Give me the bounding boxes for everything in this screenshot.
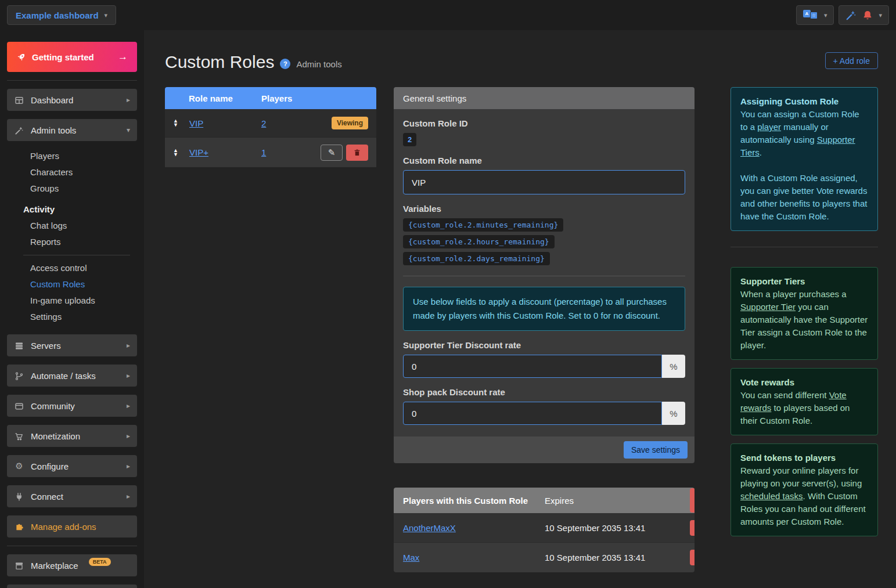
sidebar-item-label: Configure <box>31 461 120 471</box>
sidebar-item-configure[interactable]: ⚙ Configure ▸ <box>7 455 137 477</box>
shop-pack-discount-input[interactable] <box>403 402 662 425</box>
topbar-actions: A ☆ ▾ ▾ <box>796 5 889 25</box>
sidebar-item-marketplace[interactable]: Marketplace BETA <box>7 554 137 576</box>
help-icon[interactable]: ? <box>280 59 290 69</box>
shop-pack-discount-label: Shop pack Discount rate <box>403 387 685 397</box>
add-role-button[interactable]: + Add role <box>825 52 878 69</box>
sidebar-item-servers[interactable]: Servers ▸ <box>7 334 137 356</box>
info-sidebar: Assigning Custom Role You can assign a C… <box>731 87 878 536</box>
variable-chip: {custom_role.2.minutes_remaining} <box>403 218 563 232</box>
send-tokens-card: Send tokens to players Reward your onlin… <box>731 443 878 536</box>
remove-player-button[interactable]: X <box>690 550 695 565</box>
sidebar-item-settings[interactable]: Settings <box>30 309 137 325</box>
chevron-right-icon: ▸ <box>127 462 130 470</box>
browser-window-icon <box>14 401 24 411</box>
submenu-header-activity: Activity <box>23 201 137 218</box>
getting-started-label: Getting started <box>32 52 112 62</box>
sidebar-divider <box>7 546 137 546</box>
getting-started-button[interactable]: Getting started → <box>7 42 137 72</box>
supporter-tiers-card: Supporter Tiers When a player purchases … <box>731 267 878 360</box>
sidebar-item-players[interactable]: Players <box>30 148 137 164</box>
supporter-tier-discount-input[interactable] <box>403 355 662 378</box>
servers-icon <box>14 340 24 351</box>
expires-value: 10 September 2035 13:41 <box>545 553 690 562</box>
dashboard-selector-label: Example dashboard <box>16 10 99 20</box>
panel-header: Players with this Custom Role <box>403 496 545 506</box>
custom-role-id-label: Custom Role ID <box>403 118 685 128</box>
custom-role-id-value: 2 <box>403 133 416 146</box>
branch-icon <box>14 370 24 381</box>
table-row: ▲ ▼ VIP+ 1 ✎ <box>165 137 376 167</box>
sidebar-item-manage-addons[interactable]: Manage add-ons <box>7 515 137 538</box>
divider <box>731 247 878 247</box>
storefront-icon <box>14 560 24 571</box>
discount-info-alert: Use below fields to apply a discount (pe… <box>403 287 685 331</box>
sidebar-item-label: Connect <box>31 492 120 502</box>
rocket-icon <box>14 50 28 64</box>
player-link[interactable]: player <box>757 122 781 132</box>
cart-icon <box>14 431 24 441</box>
sidebar-item-label: Admin tools <box>31 125 120 135</box>
card-title: Assigning Custom Role <box>740 95 868 108</box>
notifications-menu[interactable]: ▾ <box>839 5 889 25</box>
viewing-badge: Viewing <box>332 117 368 129</box>
role-players-count-link[interactable]: 2 <box>261 118 266 128</box>
chevron-right-icon: ▸ <box>127 402 130 410</box>
drop-all-members-button[interactable]: Drop all members <box>690 488 695 513</box>
variable-chip: {custom_role.2.days_remaining} <box>403 252 550 265</box>
percent-addon: % <box>662 402 685 425</box>
role-name-link[interactable]: VIP <box>189 118 203 128</box>
player-name-link[interactable]: AnotherMaxX <box>403 523 456 533</box>
sidebar-item-custom-roles[interactable]: Custom Roles <box>30 276 137 293</box>
sidebar-item-groups[interactable]: Groups <box>30 181 137 197</box>
drag-sort-handle[interactable]: ▲ ▼ <box>173 119 189 127</box>
table-row: Max 10 September 2035 13:41 X <box>394 542 695 572</box>
edit-role-button[interactable]: ✎ <box>321 145 343 161</box>
language-selector[interactable]: A ☆ ▾ <box>796 5 834 25</box>
arrow-right-icon: → <box>118 51 128 63</box>
sidebar-item-account[interactable]: Account Private ▸ <box>7 585 137 588</box>
save-settings-button[interactable]: Save settings <box>624 441 688 459</box>
supporter-tier-discount-label: Supporter Tier Discount rate <box>403 340 685 350</box>
general-settings-panel: General settings Custom Role ID 2 Custom… <box>394 87 695 463</box>
column-header-role-name: Role name <box>189 93 261 103</box>
variable-chip: {custom_role.2.hours_remaining} <box>403 235 555 248</box>
caret-down-icon: ▾ <box>824 12 827 19</box>
player-name-link[interactable]: Max <box>403 553 419 562</box>
scheduled-tasks-link[interactable]: scheduled tasks <box>740 491 803 501</box>
role-players-count-link[interactable]: 1 <box>261 147 266 157</box>
admin-tools-submenu: Players Characters Groups Activity Chat … <box>7 141 137 334</box>
main-content: Custom Roles ? Admin tools + Add role Ro… <box>144 30 896 588</box>
chevron-right-icon: ▸ <box>127 492 130 500</box>
chevron-right-icon: ▸ <box>127 432 130 440</box>
sidebar-item-community[interactable]: Community ▸ <box>7 395 137 417</box>
caret-down-icon: ▾ <box>879 12 882 19</box>
sidebar-item-automate-tasks[interactable]: Automate / tasks ▸ <box>7 365 137 387</box>
dashboard-selector[interactable]: Example dashboard ▾ <box>7 5 116 25</box>
sidebar-item-reports[interactable]: Reports <box>30 234 137 250</box>
plug-icon <box>14 491 24 502</box>
drag-sort-handle[interactable]: ▲ ▼ <box>173 149 189 157</box>
sidebar-item-access-control[interactable]: Access control <box>30 260 137 276</box>
sidebar-item-admin-tools[interactable]: Admin tools ▾ <box>7 119 137 141</box>
page-title: Custom Roles <box>165 52 274 72</box>
beta-badge: BETA <box>89 558 111 566</box>
role-name-link[interactable]: VIP+ <box>189 147 208 157</box>
variables-label: Variables <box>403 204 685 214</box>
sidebar-item-chat-logs[interactable]: Chat logs <box>30 218 137 234</box>
sidebar-item-monetization[interactable]: Monetization ▸ <box>7 425 137 447</box>
sidebar-item-in-game-uploads[interactable]: In-game uploads <box>30 293 137 309</box>
remove-player-button[interactable]: X <box>690 520 695 536</box>
sidebar-item-dashboard[interactable]: Dashboard ▸ <box>7 89 137 111</box>
supporter-tier-link[interactable]: Supporter Tier <box>740 302 796 312</box>
custom-role-name-input[interactable] <box>403 170 685 194</box>
sidebar: Getting started → Dashboard ▸ Admin tool <box>0 30 144 588</box>
divider <box>403 276 685 276</box>
magic-wand-icon <box>845 10 857 21</box>
grid-icon <box>14 95 24 105</box>
sidebar-item-characters[interactable]: Characters <box>30 164 137 181</box>
sidebar-item-connect[interactable]: Connect ▸ <box>7 485 137 507</box>
chevron-down-icon: ▾ <box>127 126 130 134</box>
delete-role-button[interactable] <box>346 145 368 161</box>
roles-table-header: Role name Players <box>165 87 376 109</box>
